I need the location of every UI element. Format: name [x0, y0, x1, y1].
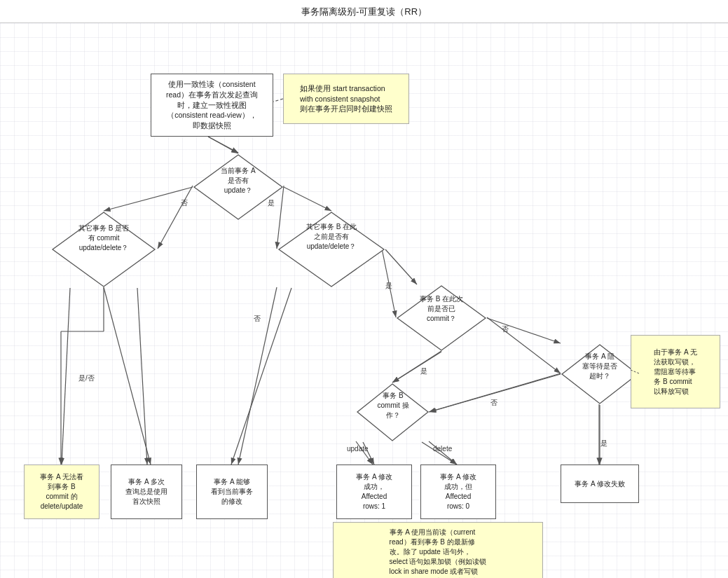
- svg-line-28: [137, 288, 147, 465]
- label-yes-d1: 是: [268, 198, 275, 208]
- box-consistent-read: 使用一致性读（consistentread）在事务首次发起查询时，建立一致性视图…: [151, 74, 273, 137]
- svg-line-31: [487, 318, 561, 343]
- label-yes-d3: 是: [385, 281, 392, 291]
- page-title: 事务隔离级别-可重复读（RR）: [301, 6, 427, 17]
- label-no-d4: 否: [502, 324, 509, 334]
- box-no-lock: 由于事务 A 无法获取写锁，需阻塞等待事务 B commit以释放写锁: [631, 335, 720, 408]
- svg-line-32: [392, 352, 441, 383]
- svg-line-26: [284, 187, 331, 211]
- diamond-other-tx-commit: 其它事务 B 是否有 commitupdate/delete？: [51, 211, 156, 288]
- svg-line-24: [208, 137, 238, 153]
- diamond-timeout: 事务 A 阻塞等待是否超时？: [561, 343, 639, 405]
- box-current-read: 事务 A 使用当前读（currentread）看到事务 B 的最新修改。除了 u…: [333, 522, 543, 578]
- svg-line-2: [158, 186, 193, 249]
- diamond-tx-b-op: 事务 Bcommit 操作？: [356, 383, 430, 442]
- svg-line-7: [104, 287, 151, 465]
- svg-line-11: [392, 351, 441, 383]
- label-yesno-d2: 是/否: [78, 373, 95, 383]
- svg-line-1: [208, 137, 238, 153]
- label-update: update: [347, 445, 369, 453]
- diamond-tx-b-committed: 事务 B 在此次前是否已commit？: [396, 284, 487, 352]
- svg-line-10: [487, 317, 561, 373]
- svg-line-27: [62, 288, 70, 465]
- diagram-area: 使用一致性读（consistentread）在事务首次发起查询时，建立一致性视图…: [0, 23, 728, 578]
- box-affected-1: 事务 A 修改成功，Affectedrows: 1: [336, 465, 412, 519]
- diamond-other-before-update: 其它事务 B 在此之前是否有update/delete？: [277, 211, 385, 288]
- box-see-own-update: 事务 A 能够看到当前事务的修改: [196, 465, 268, 519]
- label-delete: delete: [433, 445, 452, 453]
- box-start-transaction: 如果使用 start transactionwith consistent sn…: [283, 74, 409, 124]
- label-yes-d4: 是: [420, 366, 427, 376]
- label-no-d3: 否: [254, 314, 261, 324]
- label-yes-d5: 是: [600, 439, 607, 448]
- box-modify-fail: 事务 A 修改失败: [561, 465, 639, 503]
- box-affected-0: 事务 A 修改成功，但Affectedrows: 0: [420, 465, 496, 519]
- box-cannot-see: 事务 A 无法看到事务 Bcommit 的delete/update: [24, 465, 99, 519]
- diamond-has-update: 当前事务 A是否有update？: [193, 153, 284, 221]
- title-bar: 事务隔离级别-可重复读（RR）: [0, 0, 728, 23]
- svg-line-29: [231, 288, 291, 465]
- box-first-snapshot: 事务 A 多次查询总是使用首次快照: [111, 465, 182, 519]
- svg-line-25: [104, 187, 193, 211]
- label-no-d1: 否: [181, 198, 188, 208]
- svg-line-30: [385, 249, 417, 284]
- label-no-d5: 否: [490, 398, 497, 408]
